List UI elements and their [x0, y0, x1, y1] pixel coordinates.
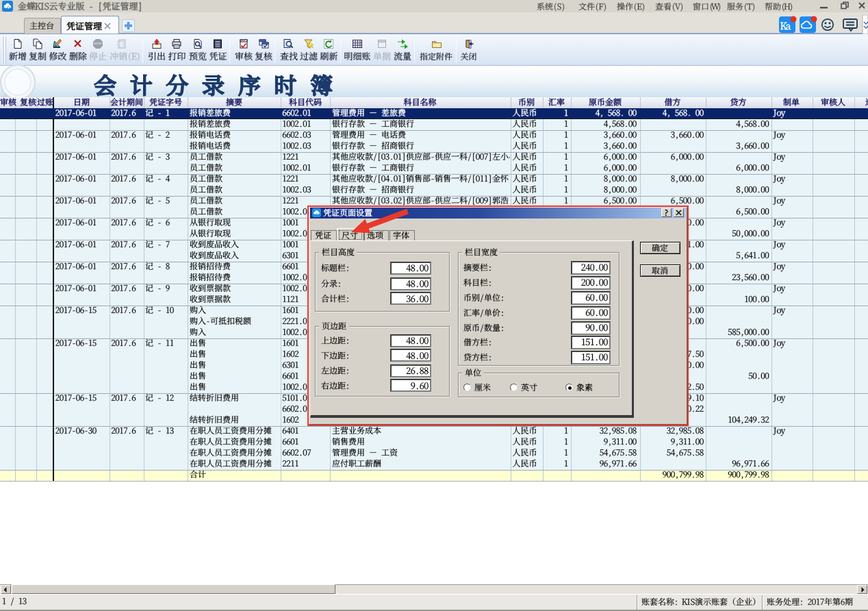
svg-text:STOP: STOP — [94, 42, 102, 45]
